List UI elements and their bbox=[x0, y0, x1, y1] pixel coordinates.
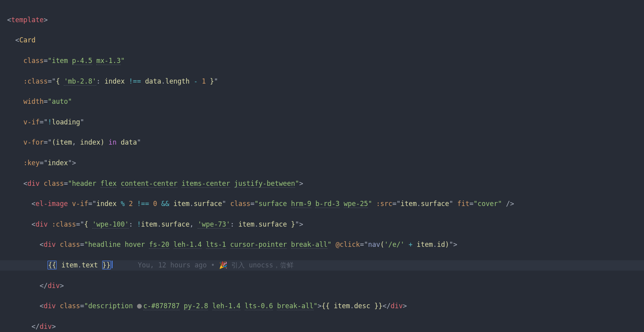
code-line: <el-image v-if="index % 2 !== 0 && item.… bbox=[0, 199, 644, 209]
code-line: <div :class="{ 'wpe-100': !item.surface,… bbox=[0, 219, 644, 230]
code-line: :class="{ 'mb-2.8': index !== data.lengt… bbox=[0, 76, 644, 87]
code-line: <Card bbox=[0, 35, 644, 46]
code-line: v-for="(item, index) in data" bbox=[0, 137, 644, 148]
code-editor[interactable]: <template> <Card class="item p-4.5 mx-1.… bbox=[0, 0, 644, 332]
code-line: <template> bbox=[0, 15, 644, 25]
code-line: :key="index"> bbox=[0, 158, 644, 168]
code-line: width="auto" bbox=[0, 97, 644, 107]
code-line: <div class="header flex content-center i… bbox=[0, 179, 644, 189]
text-cursor bbox=[112, 261, 112, 268]
code-line: </div> bbox=[0, 281, 644, 291]
code-line-active: {{ item.text }}You, 12 hours ago • 🎉 引入 … bbox=[0, 260, 644, 271]
party-popper-icon: 🎉 bbox=[219, 261, 227, 269]
code-line: <div class="description c-#878787 py-2.8… bbox=[0, 301, 644, 311]
code-line: <div class="headline hover fs-20 leh-1.4… bbox=[0, 240, 644, 250]
code-line: </div> bbox=[0, 322, 644, 332]
code-line: v-if="!loading" bbox=[0, 117, 644, 128]
git-blame-annotation: You, 12 hours ago • 🎉 引入 unocss，尝鲜 bbox=[138, 261, 293, 269]
color-swatch-icon bbox=[137, 304, 142, 309]
code-line: class="item p-4.5 mx-1.3" bbox=[0, 56, 644, 66]
